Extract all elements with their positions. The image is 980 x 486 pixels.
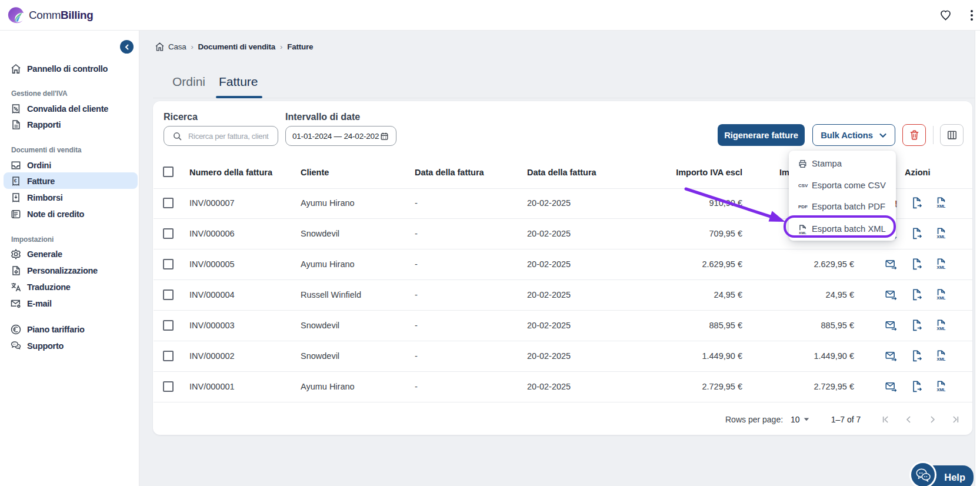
svg-text:XML: XML [937,235,946,239]
svg-text:XML: XML [937,327,946,331]
svg-text:XML: XML [937,204,946,209]
svg-text:€: € [14,178,17,184]
svg-text:XML: XML [937,388,946,392]
svg-text:XML: XML [937,296,946,301]
svg-text:XML: XML [937,265,946,270]
svg-text:XML: XML [937,357,946,362]
